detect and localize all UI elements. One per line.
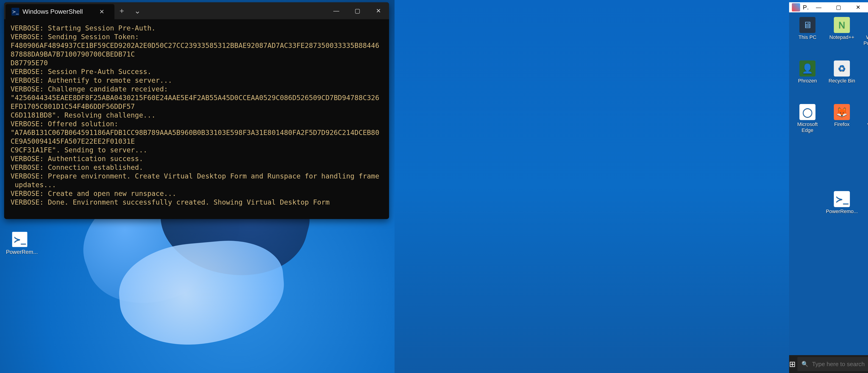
powershell-icon: ≻_: [11, 8, 19, 15]
remote-taskbar[interactable]: ⊞ 🔍 ▭ 🗀 🦊 ≻_ 🗁 ☁ 43°F ˄ ☁ ⏻ 🔊 ENG: [789, 355, 868, 373]
close-button[interactable]: ✕: [848, 2, 868, 12]
maximize-button[interactable]: ▢: [347, 2, 368, 19]
remote-window-container: Power Remote Desktop: Phrozen/DESKTOP-KJ…: [395, 0, 868, 373]
new-tab-button[interactable]: +: [115, 6, 129, 15]
desktop-icon-label: PowerRem...: [6, 249, 38, 255]
user-icon: 👤: [799, 61, 815, 76]
host-powershell-window: ≻_ Windows PowerShell ✕ + ⌄ — ▢ ✕ VERBOS…: [4, 2, 389, 219]
ps1-file-icon: ≻_: [834, 191, 850, 207]
notepad-icon: N: [834, 17, 850, 33]
icon-label: Notepad++: [830, 34, 855, 40]
host-desktop: ≻_ Windows PowerShell ✕ + ⌄ — ▢ ✕ VERBOS…: [0, 0, 395, 373]
edge-icon: ◯: [799, 104, 815, 120]
minimize-button[interactable]: —: [326, 2, 347, 19]
maximize-button[interactable]: ▢: [829, 2, 848, 12]
host-ps-titlebar[interactable]: ≻_ Windows PowerShell ✕ + ⌄ — ▢ ✕: [4, 2, 389, 19]
icon-label: Phrozen: [798, 78, 817, 83]
icon-firefox[interactable]: 🦊Firefox: [826, 104, 858, 127]
icon-this-pc[interactable]: 🖥This PC: [792, 17, 824, 40]
remote-desktop-area[interactable]: 🖥This PC NNotepad++ ≻_Windows PowerShell…: [789, 12, 868, 355]
icon-powerremo[interactable]: ≻_PowerRemo...: [826, 191, 858, 214]
minimize-button[interactable]: —: [809, 2, 829, 12]
icon-label: Microsoft Edge: [797, 122, 817, 133]
icon-vmmap[interactable]: ▦vmma...: [860, 104, 868, 127]
close-button[interactable]: ✕: [368, 2, 389, 19]
icon-powershell[interactable]: ≻_Windows PowerShell: [860, 17, 868, 46]
taskbar-search[interactable]: 🔍: [797, 357, 868, 371]
host-ps-output[interactable]: VERBOSE: Starting Session Pre-Auth. VERB…: [4, 19, 389, 219]
remote-window-title: Power Remote Desktop: Phrozen/DESKTOP-KJ…: [803, 4, 809, 11]
monitor-icon: 🖥: [799, 17, 815, 33]
icon-inno[interactable]: ■Inno...: [860, 61, 868, 84]
icon-label: PowerRemo...: [826, 208, 858, 214]
desktop-icon-powerremote[interactable]: ≻_ PowerRem...: [6, 231, 33, 255]
remote-desktop-window: Power Remote Desktop: Phrozen/DESKTOP-KJ…: [789, 2, 868, 373]
host-ps-tab-title: Windows PowerShell: [23, 8, 83, 15]
ps1-file-icon: ≻_: [12, 231, 28, 247]
host-ps-tab[interactable]: ≻_ Windows PowerShell ✕: [5, 4, 115, 19]
search-icon: 🔍: [802, 361, 808, 367]
icon-label: Firefox: [834, 122, 849, 127]
start-button[interactable]: ⊞: [789, 355, 796, 373]
firefox-icon: 🦊: [834, 104, 850, 120]
tab-close-icon[interactable]: ✕: [95, 8, 108, 15]
recycle-bin-icon: ♻: [834, 61, 850, 76]
icon-recycle-bin[interactable]: ♻Recycle Bin: [826, 61, 858, 84]
icon-phrozen[interactable]: 👤Phrozen: [792, 61, 824, 84]
icon-notepadpp[interactable]: NNotepad++: [826, 17, 858, 40]
icon-label: Recycle Bin: [829, 78, 855, 83]
window-controls: — ▢ ✕: [809, 2, 868, 12]
search-input[interactable]: [812, 361, 868, 368]
tab-dropdown-icon[interactable]: ⌄: [129, 6, 146, 15]
app-icon: [792, 3, 800, 11]
remote-titlebar[interactable]: Power Remote Desktop: Phrozen/DESKTOP-KJ…: [789, 2, 868, 12]
icon-label: This PC: [799, 34, 816, 40]
tab-actions: + ⌄: [115, 2, 146, 19]
icon-label: Windows PowerShell: [863, 34, 868, 46]
window-controls: — ▢ ✕: [326, 2, 389, 19]
icon-edge[interactable]: ◯Microsoft Edge: [792, 104, 824, 133]
